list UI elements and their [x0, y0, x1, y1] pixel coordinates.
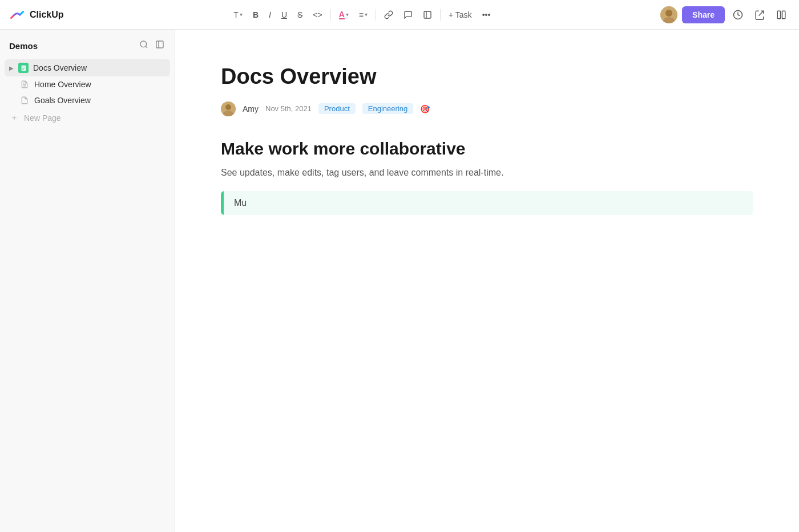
- svg-line-6: [759, 11, 764, 15]
- more-label: •••: [482, 10, 491, 19]
- search-icon: [139, 40, 148, 49]
- layout-button[interactable]: [773, 7, 790, 22]
- doc-embed-icon: [423, 10, 432, 19]
- share-button[interactable]: Share: [682, 6, 725, 23]
- docs-overview-icon: [18, 63, 29, 73]
- collapse-icon: [155, 40, 164, 49]
- app-logo[interactable]: ClickUp: [9, 7, 64, 23]
- svg-line-10: [146, 46, 147, 48]
- main-content: Docs Overview Amy Nov 5th, 2021 Product …: [175, 30, 799, 532]
- align-button[interactable]: ≡ ▾: [356, 8, 371, 22]
- section-heading: Make work more collaborative: [221, 139, 753, 159]
- sidebar-item-goals-overview-label: Goals Overview: [34, 96, 91, 105]
- bold-button[interactable]: B: [249, 8, 262, 22]
- code-label: <>: [313, 10, 322, 19]
- svg-rect-8: [782, 11, 785, 19]
- svg-point-20: [225, 104, 231, 110]
- add-task-label: + Task: [449, 10, 472, 19]
- meta-emoji-icon: 🎯: [420, 104, 430, 113]
- tag-engineering[interactable]: Engineering: [362, 103, 413, 114]
- sidebar: Demos ▶: [0, 30, 175, 532]
- layout-icon: [776, 10, 786, 20]
- svg-rect-11: [156, 41, 163, 48]
- share-label: Share: [692, 10, 715, 19]
- new-page-label: New Page: [24, 113, 61, 123]
- blockquote-content[interactable]: Mu: [224, 191, 753, 215]
- comment-icon: [403, 10, 413, 19]
- code-button[interactable]: <>: [309, 8, 325, 22]
- app-name: ClickUp: [30, 10, 64, 20]
- text-tool-label: T: [233, 10, 239, 19]
- sidebar-nav: ▶ Docs Overview: [0, 57, 175, 129]
- bold-label: B: [253, 10, 259, 19]
- strikethrough-label: S: [297, 10, 302, 19]
- author-name: Amy: [243, 104, 259, 113]
- sidebar-header: Demos: [0, 30, 175, 57]
- align-label: ≡: [359, 10, 364, 19]
- comment-button[interactable]: [400, 8, 416, 22]
- sidebar-collapse-button[interactable]: [154, 39, 166, 52]
- toolbar-separator-1: [330, 9, 331, 21]
- home-overview-icon: [19, 80, 30, 88]
- sidebar-item-docs-overview-label: Docs Overview: [33, 63, 87, 72]
- color-button[interactable]: A ▾: [336, 8, 352, 22]
- layout: Demos ▶: [0, 30, 799, 532]
- goals-overview-icon: [19, 96, 30, 104]
- svg-point-9: [140, 41, 147, 47]
- svg-point-3: [665, 10, 672, 17]
- color-a-label: A: [339, 10, 345, 19]
- export-button[interactable]: [751, 7, 768, 22]
- strikethrough-button[interactable]: S: [294, 8, 306, 22]
- add-task-button[interactable]: + Task: [445, 8, 475, 22]
- toolbar-right: Share: [660, 6, 790, 23]
- toolbar: ClickUp T ▾ B I U S <> A ▾ ≡ ▾: [0, 0, 799, 30]
- underline-label: U: [281, 10, 287, 19]
- link-icon: [384, 10, 393, 19]
- toolbar-separator-3: [440, 9, 441, 21]
- more-button[interactable]: •••: [479, 8, 494, 22]
- section-description: See updates, make edits, tag users, and …: [221, 165, 753, 180]
- color-chevron: ▾: [346, 11, 349, 18]
- sidebar-actions: [138, 39, 166, 52]
- new-page-plus-icon: +: [9, 113, 19, 123]
- sidebar-item-home-overview[interactable]: Home Overview: [5, 76, 170, 92]
- italic-button[interactable]: I: [265, 8, 275, 22]
- text-tool-button[interactable]: T ▾: [230, 8, 246, 22]
- document-date: Nov 5th, 2021: [265, 104, 312, 113]
- blockquote: Mu: [221, 191, 753, 215]
- toolbar-center: T ▾ B I U S <> A ▾ ≡ ▾: [230, 8, 494, 22]
- svg-rect-7: [777, 11, 780, 19]
- sidebar-search-button[interactable]: [138, 39, 150, 52]
- history-button[interactable]: [729, 7, 746, 22]
- blockquote-text: Mu: [234, 198, 247, 208]
- toolbar-left: ClickUp: [9, 7, 64, 23]
- doc-embed-button[interactable]: [419, 8, 435, 22]
- sidebar-item-home-overview-label: Home Overview: [34, 80, 91, 89]
- tag-product[interactable]: Product: [318, 103, 356, 114]
- toolbar-separator-2: [376, 9, 376, 21]
- text-tool-chevron: ▾: [240, 11, 243, 18]
- document-meta: Amy Nov 5th, 2021 Product Engineering 🎯: [221, 101, 753, 116]
- sidebar-item-docs-overview[interactable]: ▶ Docs Overview: [5, 59, 170, 76]
- svg-rect-0: [424, 11, 431, 18]
- underline-button[interactable]: U: [278, 8, 290, 22]
- user-avatar[interactable]: [660, 6, 677, 23]
- export-icon: [754, 10, 765, 20]
- document-title: Docs Overview: [221, 64, 753, 90]
- new-page-button[interactable]: + New Page: [5, 109, 170, 127]
- italic-label: I: [269, 10, 271, 19]
- sidebar-item-goals-overview[interactable]: Goals Overview: [5, 92, 170, 108]
- link-button[interactable]: [381, 8, 397, 22]
- author-avatar: [221, 101, 236, 116]
- nav-chevron-docs: ▶: [9, 65, 14, 71]
- align-chevron: ▾: [365, 11, 368, 18]
- history-icon: [733, 10, 743, 20]
- workspace-name: Demos: [9, 41, 38, 51]
